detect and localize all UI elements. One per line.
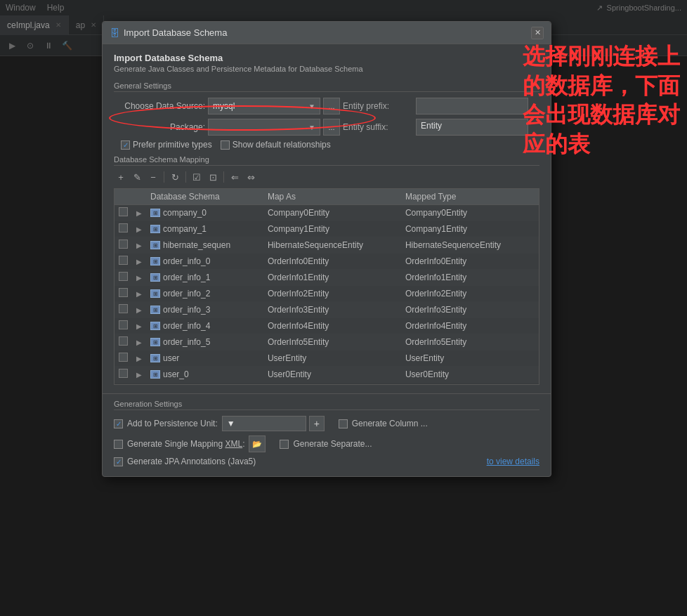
row-checkbox[interactable] — [119, 240, 128, 249]
gen-single-mapping-browse-button[interactable]: 📂 — [249, 435, 266, 452]
table-row[interactable]: ▶⊞company_1Company1EntityCompany1Entity — [115, 221, 539, 237]
table-mapped-type: OrderInfo0Entity — [401, 254, 539, 270]
mapping-square-button[interactable]: ⊡ — [206, 170, 220, 184]
row-checkbox[interactable] — [119, 369, 128, 378]
row-checkbox[interactable] — [119, 223, 128, 232]
row-checkbox[interactable] — [119, 320, 128, 329]
row-expand-arrow[interactable]: ▶ — [136, 290, 142, 298]
row-expand-arrow[interactable]: ▶ — [136, 322, 142, 330]
row-checkbox[interactable] — [119, 353, 128, 362]
dialog-main-title: Import Database Schema — [114, 53, 539, 63]
table-header-row: Database Schema Map As Mapped Type — [115, 189, 539, 205]
row-checkbox[interactable] — [119, 304, 128, 313]
row-expand-arrow[interactable]: ▶ — [136, 339, 142, 346]
package-select[interactable]: ▼ — [208, 119, 320, 136]
mapping-remove-button[interactable]: − — [146, 170, 160, 184]
package-row: Package: ▼ ... Entity suffix: Entity — [114, 119, 539, 136]
dialog-title-area: 🗄 Import Database Schema — [110, 27, 227, 39]
table-row[interactable]: ▶⊞order_info_4OrderInfo4EntityOrderInfo4… — [115, 318, 539, 334]
gen-single-mapping-checkbox[interactable] — [114, 440, 123, 449]
table-map-as: OrderInfo5Entity — [263, 334, 401, 350]
row-expand-arrow[interactable]: ▶ — [136, 225, 142, 233]
table-mapped-type: HibernateSequenceEntity — [401, 237, 539, 254]
table-schema-icon: ⊞ — [150, 289, 160, 298]
mapping-align2-button[interactable]: ⇔ — [244, 170, 258, 184]
datasource-browse-button[interactable]: ... — [323, 98, 340, 114]
add-persistence-select[interactable]: ▼ — [222, 416, 306, 431]
show-default-checkbox[interactable] — [221, 140, 230, 150]
table-schema-icon: ⊞ — [150, 273, 160, 282]
datasource-dropdown-icon: ▼ — [308, 103, 315, 110]
col-database-schema: Database Schema — [146, 189, 263, 205]
row-checkbox[interactable] — [119, 256, 128, 265]
table-row[interactable]: ▶⊞userUserEntityUserEntity — [115, 350, 539, 367]
row-checkbox[interactable] — [119, 336, 128, 346]
table-row[interactable]: ▶⊞order_info_1OrderInfo1EntityOrderInfo1… — [115, 270, 539, 286]
table-row[interactable]: ▶⊞order_info_0OrderInfo0EntityOrderInfo0… — [115, 254, 539, 270]
row-checkbox[interactable] — [119, 272, 128, 281]
mapping-add-button[interactable]: + — [114, 170, 128, 184]
datasource-input-wrap: mysql ▼ ... Entity prefix: — [208, 98, 539, 114]
package-label: Package: — [114, 122, 205, 132]
row-expand-arrow[interactable]: ▶ — [136, 371, 142, 379]
mapping-toolbar-divider2 — [185, 171, 186, 183]
package-browse-button[interactable]: ... — [323, 119, 340, 136]
schema-table-container[interactable]: Database Schema Map As Mapped Type ▶⊞com… — [114, 188, 539, 385]
row-expand-arrow[interactable]: ▶ — [136, 209, 142, 217]
datasource-select[interactable]: mysql ▼ — [208, 98, 320, 114]
table-schema-icon: ⊞ — [150, 338, 160, 346]
prefer-primitive-item[interactable]: Prefer primitive types — [121, 140, 212, 150]
prefer-primitive-checkbox[interactable] — [121, 140, 130, 150]
table-row[interactable]: ▶⊞company_0Company0EntityCompany0Entity — [115, 205, 539, 221]
prefer-primitive-label: Prefer primitive types — [133, 140, 212, 150]
mapping-check-button[interactable]: ☑ — [190, 170, 204, 184]
table-row[interactable]: ▶⊞order_info_5OrderInfo5EntityOrderInfo5… — [115, 334, 539, 350]
table-row[interactable]: ▶⊞user_1User1EntityUser1Entity — [115, 383, 539, 386]
table-mapped-type: OrderInfo2Entity — [401, 286, 539, 302]
dialog-icon: 🗄 — [110, 27, 119, 39]
table-row[interactable]: ▶⊞hibernate_sequenHibernateSequenceEntit… — [115, 237, 539, 254]
gen-jpa-checkbox[interactable] — [114, 457, 123, 466]
row-expand-arrow[interactable]: ▶ — [136, 258, 142, 266]
dialog-close-button[interactable]: ✕ — [531, 27, 544, 39]
table-mapped-type: Company1Entity — [401, 221, 539, 237]
table-mapped-type: OrderInfo4Entity — [401, 318, 539, 334]
table-map-as: OrderInfo0Entity — [263, 254, 401, 270]
mapping-toolbar: + ✎ − ↻ ☑ ⊡ ⇐ ⇔ — [114, 169, 539, 185]
row-expand-arrow[interactable]: ▶ — [136, 274, 142, 282]
table-schema-name: user_0 — [163, 369, 189, 379]
row-checkbox[interactable] — [119, 207, 128, 216]
generate-column-checkbox[interactable] — [339, 419, 348, 428]
row-expand-arrow[interactable]: ▶ — [136, 242, 142, 249]
table-row[interactable]: ▶⊞order_info_3OrderInfo3EntityOrderInfo3… — [115, 302, 539, 318]
col-mapped-type: Mapped Type — [401, 189, 539, 205]
add-persistence-checkbox[interactable] — [114, 419, 123, 428]
table-row[interactable]: ▶⊞user_0User0EntityUser0Entity — [115, 367, 539, 383]
table-schema-name: order_info_4 — [163, 321, 210, 331]
schema-table: Database Schema Map As Mapped Type ▶⊞com… — [115, 189, 539, 385]
table-schema-icon: ⊞ — [150, 209, 160, 217]
col-arrow — [132, 189, 146, 205]
table-schema-name: company_0 — [163, 208, 207, 218]
mapping-edit-button[interactable]: ✎ — [130, 170, 144, 184]
table-schema-icon: ⊞ — [150, 322, 160, 330]
gen-separate-checkbox[interactable] — [280, 440, 289, 449]
add-persistence-plus-button[interactable]: + — [309, 416, 325, 431]
table-mapped-type: User1Entity — [401, 383, 539, 386]
show-default-item[interactable]: Show default relationships — [221, 140, 331, 150]
entity-suffix-input[interactable]: Entity — [416, 119, 528, 136]
table-row[interactable]: ▶⊞order_info_2OrderInfo2EntityOrderInfo2… — [115, 286, 539, 302]
entity-prefix-input[interactable] — [416, 98, 528, 114]
view-details-link[interactable]: to view details — [487, 457, 539, 466]
add-persistence-item: Add to Persistence Unit: ▼ + — [114, 416, 325, 431]
generate-column-item: Generate Column ... — [339, 419, 428, 428]
mapping-refresh-button[interactable]: ↻ — [168, 170, 182, 184]
mapping-toolbar-divider1 — [164, 171, 164, 183]
entity-suffix-label: Entity suffix: — [343, 122, 413, 132]
mapping-align1-button[interactable]: ⇐ — [228, 170, 242, 184]
row-expand-arrow[interactable]: ▶ — [136, 355, 142, 362]
table-schema-name: order_info_2 — [163, 289, 210, 299]
table-schema-icon: ⊞ — [150, 225, 160, 233]
row-checkbox[interactable] — [119, 288, 128, 297]
row-expand-arrow[interactable]: ▶ — [136, 306, 142, 314]
